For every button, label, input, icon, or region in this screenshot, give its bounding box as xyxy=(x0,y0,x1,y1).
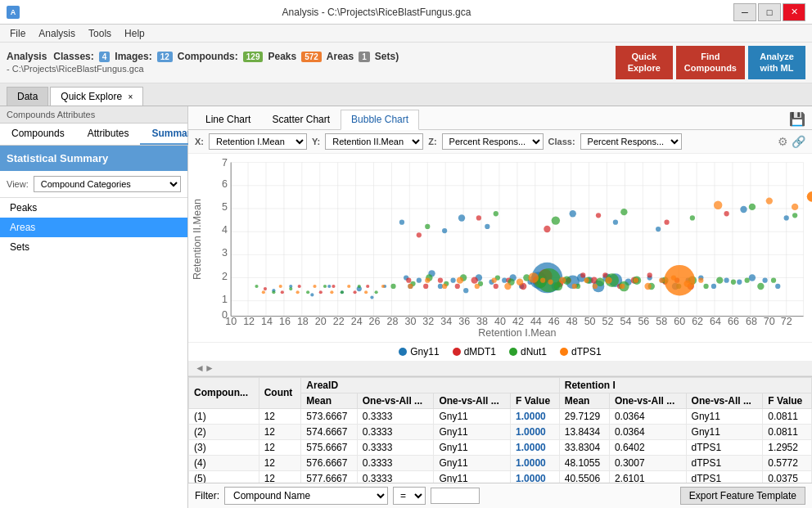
svg-point-215 xyxy=(425,277,430,282)
svg-point-222 xyxy=(528,272,539,283)
svg-text:7: 7 xyxy=(222,156,228,168)
svg-point-160 xyxy=(319,290,323,294)
legend-dot-dmdt1 xyxy=(453,348,461,356)
header-buttons: Quick Explore Find Compounds Analyze wit… xyxy=(616,46,805,79)
maximize-button[interactable]: □ xyxy=(758,3,781,21)
svg-point-153 xyxy=(647,272,652,277)
classes-label: Classes: xyxy=(53,51,93,62)
legend-label-dnut1: dNut1 xyxy=(521,346,547,357)
tab-data[interactable]: Data xyxy=(7,87,48,106)
z-axis-dropdown[interactable]: Percent Respons... xyxy=(442,133,544,150)
class-dropdown[interactable]: Percent Respons... xyxy=(580,133,682,150)
axis-bar: X: Retention I.Mean Y: Retention II.Mean… xyxy=(188,130,812,154)
tab-quick-explore[interactable]: Quick Explore × xyxy=(50,87,143,106)
svg-text:32: 32 xyxy=(422,316,434,327)
legend-dot-dnut1 xyxy=(509,348,517,356)
svg-point-197 xyxy=(771,277,776,282)
x-axis-dropdown[interactable]: Retention I.Mean xyxy=(209,133,307,150)
svg-point-158 xyxy=(281,290,284,294)
filter-operator[interactable]: = xyxy=(393,487,426,505)
svg-point-133 xyxy=(656,226,661,231)
filter-value-input[interactable] xyxy=(431,488,480,504)
minimize-button[interactable]: ─ xyxy=(733,3,756,21)
menu-file[interactable]: File xyxy=(3,26,32,41)
filter-dropdown[interactable]: Compound Name xyxy=(224,487,388,505)
svg-point-214 xyxy=(408,283,413,288)
svg-point-168 xyxy=(664,219,669,224)
main-tabs: Data Quick Explore × xyxy=(0,83,812,106)
table-row: (1) 12 573.6667 0.3333 Gny11 1.0000 29.7… xyxy=(189,408,812,424)
svg-text:54: 54 xyxy=(620,316,631,327)
sets-label: Sets) xyxy=(375,51,399,62)
list-item-peaks[interactable]: Peaks xyxy=(0,198,187,218)
svg-text:52: 52 xyxy=(602,316,614,327)
th-ret-ova1: One-vs-All ... xyxy=(609,393,686,408)
list-item-sets[interactable]: Sets xyxy=(0,237,187,257)
svg-point-140 xyxy=(471,276,478,283)
tab-scatter-chart[interactable]: Scatter Chart xyxy=(261,110,341,129)
svg-point-210 xyxy=(620,209,627,215)
svg-point-169 xyxy=(724,211,729,216)
export-button[interactable]: Export Feature Template xyxy=(680,487,805,505)
tab-close-icon[interactable]: × xyxy=(128,92,133,101)
svg-point-121 xyxy=(310,293,314,296)
svg-point-122 xyxy=(327,284,331,287)
svg-point-125 xyxy=(370,295,373,299)
quick-explore-button[interactable]: Quick Explore xyxy=(616,46,673,79)
svg-text:1: 1 xyxy=(222,293,228,304)
svg-point-130 xyxy=(485,223,489,228)
compounds-attributes-label: Compounds Attributes xyxy=(0,106,187,124)
svg-point-161 xyxy=(332,284,335,287)
svg-text:26: 26 xyxy=(369,316,381,327)
view-dropdown[interactable]: Compound Categories xyxy=(34,176,181,192)
settings-icon[interactable]: ⚙ xyxy=(778,135,788,148)
right-panel: Line Chart Scatter Chart Bubble Chart 💾 … xyxy=(188,106,812,508)
svg-point-238 xyxy=(262,290,265,294)
save-icon[interactable]: 💾 xyxy=(789,111,805,127)
svg-text:60: 60 xyxy=(674,316,685,327)
link-icon[interactable]: 🔗 xyxy=(792,135,805,148)
data-table-container[interactable]: Compoun... Count AreaID Retention I Mean… xyxy=(188,376,812,483)
analyze-ml-button[interactable]: Analyze with ML xyxy=(748,46,805,79)
svg-point-202 xyxy=(323,284,327,287)
menu-bar: File Analysis Tools Help xyxy=(0,25,812,43)
sub-tab-compounds[interactable]: Compounds xyxy=(0,124,76,145)
svg-point-243 xyxy=(347,284,350,287)
close-button[interactable]: ✕ xyxy=(783,3,805,21)
svg-point-212 xyxy=(749,203,756,209)
view-selector: View: Compound Categories xyxy=(0,171,187,198)
svg-text:70: 70 xyxy=(764,316,775,327)
find-compounds-button[interactable]: Find Compounds xyxy=(676,46,745,79)
svg-point-88 xyxy=(450,277,455,282)
tab-bubble-chart[interactable]: Bubble Chart xyxy=(341,110,419,130)
svg-point-236 xyxy=(698,277,703,282)
svg-text:34: 34 xyxy=(440,316,452,327)
svg-point-164 xyxy=(417,232,422,237)
svg-text:14: 14 xyxy=(261,316,273,327)
svg-text:68: 68 xyxy=(746,316,757,327)
sub-tab-attributes[interactable]: Attributes xyxy=(76,124,141,145)
menu-tools[interactable]: Tools xyxy=(82,26,118,41)
svg-point-232 xyxy=(644,282,651,289)
list-item-areas[interactable]: Areas xyxy=(0,218,187,237)
svg-point-208 xyxy=(494,211,498,216)
menu-analysis[interactable]: Analysis xyxy=(32,26,82,41)
svg-text:44: 44 xyxy=(530,316,542,327)
svg-point-227 xyxy=(584,277,589,282)
svg-point-233 xyxy=(659,277,664,282)
svg-point-167 xyxy=(596,213,601,218)
left-panel: Compounds Attributes Compounds Attribute… xyxy=(0,106,188,508)
svg-text:42: 42 xyxy=(512,316,524,327)
svg-point-231 xyxy=(634,277,638,282)
svg-point-242 xyxy=(330,290,333,294)
cell-ret-ova2: Gny11 xyxy=(686,408,763,424)
svg-point-89 xyxy=(463,288,468,293)
svg-point-196 xyxy=(757,282,764,289)
svg-point-237 xyxy=(664,264,695,295)
svg-point-205 xyxy=(375,290,378,294)
menu-help[interactable]: Help xyxy=(118,26,151,41)
tab-line-chart[interactable]: Line Chart xyxy=(195,110,261,129)
y-axis-dropdown[interactable]: Retention II.Mean xyxy=(325,133,423,150)
th-area-fval: F Value xyxy=(511,393,560,408)
svg-point-163 xyxy=(366,284,369,287)
